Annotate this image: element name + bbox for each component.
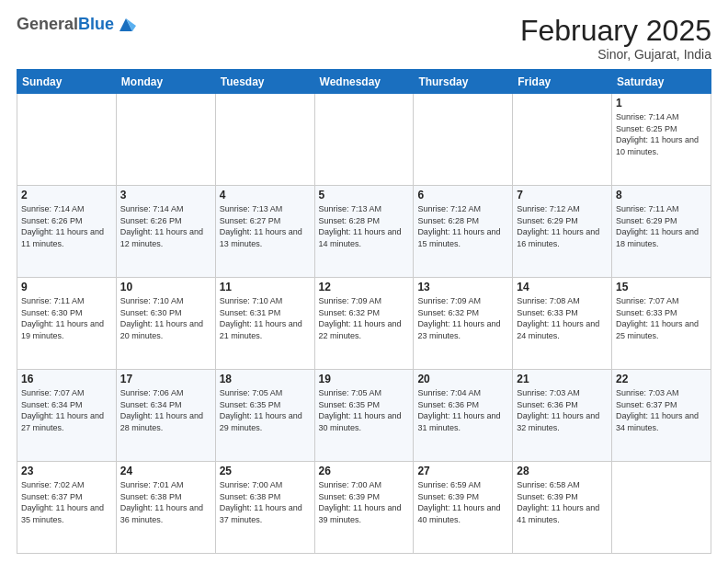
day-info: Sunrise: 7:12 AM Sunset: 6:28 PM Dayligh… bbox=[417, 203, 508, 249]
day-info: Sunrise: 7:11 AM Sunset: 6:29 PM Dayligh… bbox=[616, 203, 707, 249]
calendar-cell: 2Sunrise: 7:14 AM Sunset: 6:26 PM Daylig… bbox=[17, 186, 117, 278]
day-number: 8 bbox=[616, 189, 707, 201]
calendar-cell: 17Sunrise: 7:06 AM Sunset: 6:34 PM Dayli… bbox=[116, 370, 215, 462]
day-number: 17 bbox=[120, 373, 211, 385]
day-header-thursday: Thursday bbox=[414, 70, 513, 94]
day-info: Sunrise: 7:10 AM Sunset: 6:30 PM Dayligh… bbox=[120, 295, 211, 341]
header: GeneralBlue February 2025 Sinor, Gujarat… bbox=[17, 15, 711, 62]
day-info: Sunrise: 7:14 AM Sunset: 6:25 PM Dayligh… bbox=[616, 111, 707, 157]
calendar-cell: 8Sunrise: 7:11 AM Sunset: 6:29 PM Daylig… bbox=[612, 186, 711, 278]
logo: GeneralBlue bbox=[17, 15, 136, 35]
calendar-cell: 12Sunrise: 7:09 AM Sunset: 6:32 PM Dayli… bbox=[314, 278, 414, 370]
day-info: Sunrise: 7:07 AM Sunset: 6:34 PM Dayligh… bbox=[21, 387, 112, 433]
calendar-cell bbox=[17, 94, 117, 186]
calendar-cell bbox=[215, 94, 314, 186]
day-number: 7 bbox=[517, 189, 608, 201]
day-info: Sunrise: 7:14 AM Sunset: 6:26 PM Dayligh… bbox=[21, 203, 112, 249]
day-info: Sunrise: 6:59 AM Sunset: 6:39 PM Dayligh… bbox=[417, 479, 508, 525]
day-info: Sunrise: 7:06 AM Sunset: 6:34 PM Dayligh… bbox=[120, 387, 211, 433]
calendar-cell bbox=[612, 462, 711, 554]
calendar-cell bbox=[314, 94, 414, 186]
day-info: Sunrise: 7:10 AM Sunset: 6:31 PM Dayligh… bbox=[220, 295, 311, 341]
calendar-week-row: 23Sunrise: 7:02 AM Sunset: 6:37 PM Dayli… bbox=[17, 462, 711, 554]
calendar-cell bbox=[513, 94, 612, 186]
day-info: Sunrise: 7:14 AM Sunset: 6:26 PM Dayligh… bbox=[120, 203, 211, 249]
day-number: 27 bbox=[417, 465, 508, 477]
calendar-cell: 26Sunrise: 7:00 AM Sunset: 6:39 PM Dayli… bbox=[314, 462, 414, 554]
day-number: 9 bbox=[21, 281, 112, 293]
logo-icon bbox=[116, 15, 136, 35]
logo-blue: Blue bbox=[78, 15, 114, 33]
calendar-cell: 25Sunrise: 7:00 AM Sunset: 6:38 PM Dayli… bbox=[215, 462, 314, 554]
day-number: 18 bbox=[220, 373, 311, 385]
calendar-cell: 27Sunrise: 6:59 AM Sunset: 6:39 PM Dayli… bbox=[414, 462, 513, 554]
calendar-cell: 14Sunrise: 7:08 AM Sunset: 6:33 PM Dayli… bbox=[513, 278, 612, 370]
day-info: Sunrise: 7:09 AM Sunset: 6:32 PM Dayligh… bbox=[417, 295, 508, 341]
day-info: Sunrise: 7:11 AM Sunset: 6:30 PM Dayligh… bbox=[21, 295, 112, 341]
day-number: 6 bbox=[417, 189, 508, 201]
day-info: Sunrise: 7:04 AM Sunset: 6:36 PM Dayligh… bbox=[417, 387, 508, 433]
day-info: Sunrise: 6:58 AM Sunset: 6:39 PM Dayligh… bbox=[517, 479, 608, 525]
calendar-week-row: 2Sunrise: 7:14 AM Sunset: 6:26 PM Daylig… bbox=[17, 186, 711, 278]
calendar-cell: 21Sunrise: 7:03 AM Sunset: 6:36 PM Dayli… bbox=[513, 370, 612, 462]
calendar-cell: 22Sunrise: 7:03 AM Sunset: 6:37 PM Dayli… bbox=[612, 370, 711, 462]
calendar-cell: 20Sunrise: 7:04 AM Sunset: 6:36 PM Dayli… bbox=[414, 370, 513, 462]
day-info: Sunrise: 7:13 AM Sunset: 6:28 PM Dayligh… bbox=[319, 203, 410, 249]
day-number: 25 bbox=[220, 465, 311, 477]
day-number: 1 bbox=[616, 97, 707, 109]
calendar-cell: 18Sunrise: 7:05 AM Sunset: 6:35 PM Dayli… bbox=[215, 370, 314, 462]
day-number: 2 bbox=[21, 189, 112, 201]
day-info: Sunrise: 7:07 AM Sunset: 6:33 PM Dayligh… bbox=[616, 295, 707, 341]
day-number: 11 bbox=[220, 281, 311, 293]
day-info: Sunrise: 7:13 AM Sunset: 6:27 PM Dayligh… bbox=[220, 203, 311, 249]
calendar-cell: 16Sunrise: 7:07 AM Sunset: 6:34 PM Dayli… bbox=[17, 370, 117, 462]
calendar-cell: 19Sunrise: 7:05 AM Sunset: 6:35 PM Dayli… bbox=[314, 370, 414, 462]
calendar-cell bbox=[414, 94, 513, 186]
calendar-cell: 15Sunrise: 7:07 AM Sunset: 6:33 PM Dayli… bbox=[612, 278, 711, 370]
calendar-week-row: 16Sunrise: 7:07 AM Sunset: 6:34 PM Dayli… bbox=[17, 370, 711, 462]
calendar-cell: 5Sunrise: 7:13 AM Sunset: 6:28 PM Daylig… bbox=[314, 186, 414, 278]
day-number: 22 bbox=[616, 373, 707, 385]
day-info: Sunrise: 7:00 AM Sunset: 6:38 PM Dayligh… bbox=[220, 479, 311, 525]
day-number: 3 bbox=[120, 189, 211, 201]
calendar-week-row: 1Sunrise: 7:14 AM Sunset: 6:25 PM Daylig… bbox=[17, 94, 711, 186]
day-header-friday: Friday bbox=[513, 70, 612, 94]
day-number: 20 bbox=[417, 373, 508, 385]
day-info: Sunrise: 7:08 AM Sunset: 6:33 PM Dayligh… bbox=[517, 295, 608, 341]
day-info: Sunrise: 7:05 AM Sunset: 6:35 PM Dayligh… bbox=[319, 387, 410, 433]
day-number: 5 bbox=[319, 189, 410, 201]
day-number: 23 bbox=[21, 465, 112, 477]
calendar-cell: 28Sunrise: 6:58 AM Sunset: 6:39 PM Dayli… bbox=[513, 462, 612, 554]
calendar-cell: 23Sunrise: 7:02 AM Sunset: 6:37 PM Dayli… bbox=[17, 462, 117, 554]
day-number: 21 bbox=[517, 373, 608, 385]
page: GeneralBlue February 2025 Sinor, Gujarat… bbox=[0, 0, 728, 563]
calendar-week-row: 9Sunrise: 7:11 AM Sunset: 6:30 PM Daylig… bbox=[17, 278, 711, 370]
day-number: 16 bbox=[21, 373, 112, 385]
day-info: Sunrise: 7:12 AM Sunset: 6:29 PM Dayligh… bbox=[517, 203, 608, 249]
logo-general: General bbox=[17, 15, 78, 33]
day-info: Sunrise: 7:03 AM Sunset: 6:37 PM Dayligh… bbox=[616, 387, 707, 433]
day-info: Sunrise: 7:02 AM Sunset: 6:37 PM Dayligh… bbox=[21, 479, 112, 525]
title-block: February 2025 Sinor, Gujarat, India bbox=[520, 15, 711, 62]
day-number: 24 bbox=[120, 465, 211, 477]
day-header-tuesday: Tuesday bbox=[215, 70, 314, 94]
subtitle: Sinor, Gujarat, India bbox=[520, 47, 711, 62]
day-header-wednesday: Wednesday bbox=[314, 70, 414, 94]
day-number: 14 bbox=[517, 281, 608, 293]
calendar-cell: 10Sunrise: 7:10 AM Sunset: 6:30 PM Dayli… bbox=[116, 278, 215, 370]
calendar-cell: 1Sunrise: 7:14 AM Sunset: 6:25 PM Daylig… bbox=[612, 94, 711, 186]
day-header-monday: Monday bbox=[116, 70, 215, 94]
day-header-saturday: Saturday bbox=[612, 70, 711, 94]
calendar-cell: 6Sunrise: 7:12 AM Sunset: 6:28 PM Daylig… bbox=[414, 186, 513, 278]
day-number: 13 bbox=[417, 281, 508, 293]
day-info: Sunrise: 7:01 AM Sunset: 6:38 PM Dayligh… bbox=[120, 479, 211, 525]
day-number: 19 bbox=[319, 373, 410, 385]
calendar-cell: 13Sunrise: 7:09 AM Sunset: 6:32 PM Dayli… bbox=[414, 278, 513, 370]
calendar-cell: 24Sunrise: 7:01 AM Sunset: 6:38 PM Dayli… bbox=[116, 462, 215, 554]
day-number: 28 bbox=[517, 465, 608, 477]
calendar-cell bbox=[116, 94, 215, 186]
calendar-cell: 3Sunrise: 7:14 AM Sunset: 6:26 PM Daylig… bbox=[116, 186, 215, 278]
day-info: Sunrise: 7:05 AM Sunset: 6:35 PM Dayligh… bbox=[220, 387, 311, 433]
day-number: 4 bbox=[220, 189, 311, 201]
calendar-cell: 9Sunrise: 7:11 AM Sunset: 6:30 PM Daylig… bbox=[17, 278, 117, 370]
